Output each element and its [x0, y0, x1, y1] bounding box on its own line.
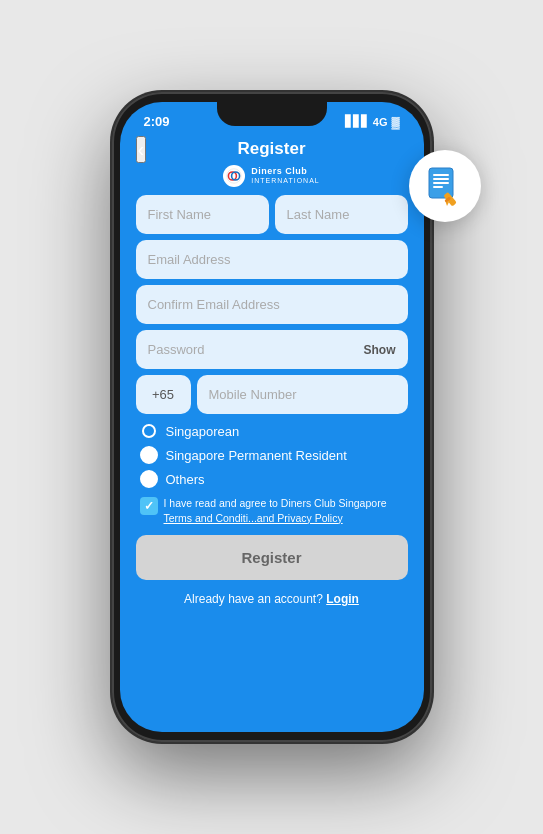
login-prompt: Already have an account? — [184, 592, 323, 606]
nationality-radio-group: Singaporean Singapore Permanent Resident… — [136, 422, 408, 488]
page-title: Register — [237, 139, 305, 159]
radio-circle-others — [140, 470, 158, 488]
country-code-display[interactable]: +65 — [136, 375, 191, 414]
radio-others[interactable]: Others — [140, 470, 404, 488]
diners-logo-icon — [223, 165, 245, 187]
radio-dot-singaporean — [144, 426, 154, 436]
phone-row: +65 — [136, 375, 408, 414]
check-icon: ✓ — [144, 499, 154, 513]
network-type: 4G — [373, 116, 388, 128]
phone-shell: 2:09 ▋▋▋ 4G ▓ ‹ Register — [112, 92, 432, 742]
scene: 2:09 ▋▋▋ 4G ▓ ‹ Register — [0, 0, 543, 834]
first-name-input[interactable] — [136, 195, 269, 234]
radio-singaporean[interactable]: Singaporean — [140, 422, 404, 440]
last-name-input[interactable] — [275, 195, 408, 234]
status-icons: ▋▋▋ 4G ▓ — [345, 115, 400, 128]
logo-text: Diners Club INTERNATIONAL — [251, 167, 320, 185]
floating-badge — [409, 150, 481, 222]
back-button[interactable]: ‹ — [136, 136, 147, 163]
email-input[interactable] — [136, 240, 408, 279]
register-button[interactable]: Register — [136, 535, 408, 580]
svg-rect-2 — [433, 178, 449, 180]
radio-circle-singaporean — [140, 422, 158, 440]
logo-line1: Diners Club — [251, 167, 320, 177]
login-row: Already have an account? Login — [136, 592, 408, 606]
terms-checkbox[interactable]: ✓ — [140, 497, 158, 515]
radio-label-singaporean: Singaporean — [166, 424, 240, 439]
show-password-button[interactable]: Show — [364, 343, 396, 357]
terms-link[interactable]: Terms and Conditi...and Privacy Policy — [164, 512, 343, 524]
radio-circle-pr — [140, 446, 158, 464]
terms-text-block: I have read and agree to Diners Club Sin… — [164, 496, 387, 525]
signal-bars: ▋▋▋ — [345, 115, 369, 128]
terms-prefix: I have read and agree to Diners Club Sin… — [164, 497, 387, 509]
battery-icon: ▓ — [391, 116, 399, 128]
login-link[interactable]: Login — [326, 592, 359, 606]
form-area: Show +65 Singaporean — [120, 195, 424, 606]
phone-screen: 2:09 ▋▋▋ 4G ▓ ‹ Register — [120, 102, 424, 732]
mobile-input[interactable] — [197, 375, 408, 414]
time-display: 2:09 — [144, 114, 170, 129]
notch — [217, 102, 327, 126]
terms-row: ✓ I have read and agree to Diners Club S… — [136, 496, 408, 525]
svg-rect-3 — [433, 182, 449, 184]
svg-rect-1 — [433, 174, 449, 176]
radio-label-others: Others — [166, 472, 205, 487]
logo-container: Diners Club INTERNATIONAL — [120, 165, 424, 187]
header: ‹ Register — [120, 133, 424, 163]
password-wrapper: Show — [136, 330, 408, 369]
confirm-email-input[interactable] — [136, 285, 408, 324]
radio-pr[interactable]: Singapore Permanent Resident — [140, 446, 404, 464]
radio-label-pr: Singapore Permanent Resident — [166, 448, 347, 463]
svg-rect-4 — [433, 186, 443, 188]
logo-line2: INTERNATIONAL — [251, 177, 320, 185]
name-row — [136, 195, 408, 234]
